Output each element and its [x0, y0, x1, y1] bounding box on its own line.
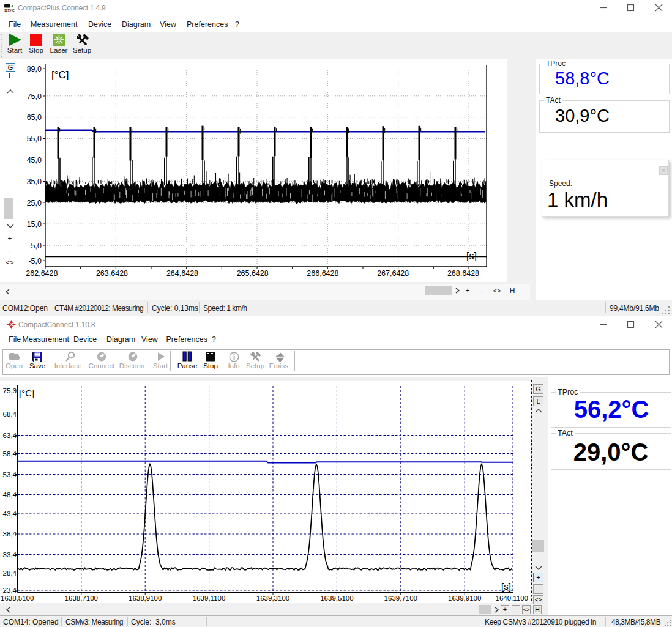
svg-text:[s]: [s] — [466, 251, 477, 261]
svg-text:268,6428: 268,6428 — [447, 269, 479, 278]
svg-text:23,4: 23,4 — [3, 587, 17, 594]
svg-text:63,4: 63,4 — [3, 432, 17, 439]
svg-text:48,4: 48,4 — [3, 491, 17, 499]
svg-text:[°C]: [°C] — [51, 69, 69, 81]
svg-text:25,0: 25,0 — [27, 199, 42, 207]
svg-text:15,0: 15,0 — [27, 220, 42, 229]
svg-text:35,0: 35,0 — [27, 177, 42, 186]
svg-text:1638,7100: 1638,7100 — [65, 595, 98, 602]
svg-text:1639,1100: 1639,1100 — [193, 595, 226, 602]
svg-text:264,6428: 264,6428 — [166, 269, 198, 278]
svg-text:1640,1100: 1640,1100 — [495, 595, 528, 602]
svg-text:5,0: 5,0 — [31, 242, 42, 250]
svg-text:1639,9100: 1639,9100 — [448, 595, 481, 602]
svg-text:1639,3100: 1639,3100 — [256, 595, 289, 602]
svg-text:38,4: 38,4 — [3, 530, 17, 538]
svg-text:1275°C: 1275°C — [4, 9, 15, 12]
svg-text:33,4: 33,4 — [3, 551, 17, 558]
svg-text:267,6428: 267,6428 — [377, 269, 409, 278]
svg-text:1638,9100: 1638,9100 — [129, 595, 162, 602]
svg-text:65,0: 65,0 — [27, 113, 42, 122]
svg-text:266,6428: 266,6428 — [307, 269, 338, 278]
svg-text:262,6428: 262,6428 — [26, 269, 58, 278]
svg-text:[s]: [s] — [501, 581, 511, 592]
svg-text:55,0: 55,0 — [27, 135, 42, 143]
svg-text:263,6428: 263,6428 — [96, 269, 128, 278]
svg-text:265,6428: 265,6428 — [237, 269, 269, 278]
svg-text:1639,7100: 1639,7100 — [384, 595, 417, 602]
svg-text:43,4: 43,4 — [3, 510, 17, 518]
svg-text:89,0: 89,0 — [27, 65, 42, 73]
svg-text:53,4: 53,4 — [3, 471, 17, 478]
svg-text:68,4: 68,4 — [3, 410, 17, 418]
svg-text:1638,5100: 1638,5100 — [1, 595, 34, 602]
svg-text:75,0: 75,0 — [27, 92, 42, 101]
svg-text:75,3: 75,3 — [3, 387, 17, 395]
svg-text:58,4: 58,4 — [3, 450, 17, 458]
svg-text:[°C]: [°C] — [19, 388, 34, 398]
svg-text:-5,0: -5,0 — [28, 257, 42, 265]
svg-text:1639,5100: 1639,5100 — [320, 595, 353, 602]
svg-text:45,0: 45,0 — [27, 156, 42, 165]
svg-text:28,4: 28,4 — [3, 569, 17, 577]
